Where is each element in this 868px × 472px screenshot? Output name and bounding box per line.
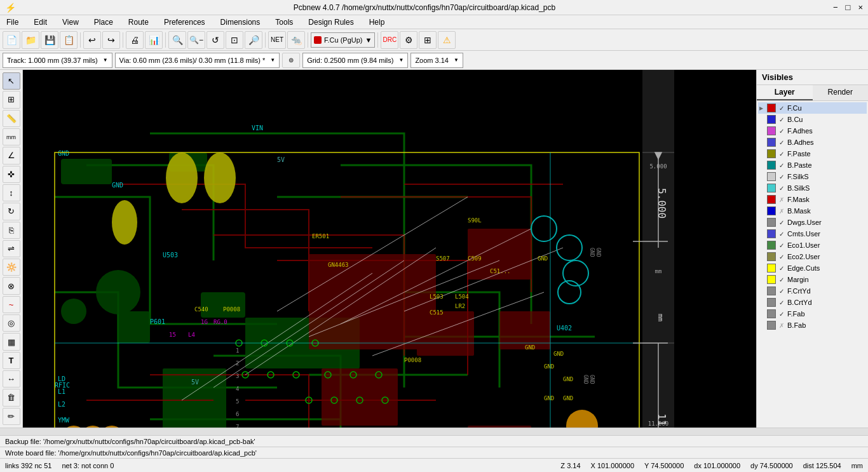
tab-render[interactable]: Render [813,85,869,100]
layer-visibility-toggle[interactable]: ✓ [777,185,786,192]
layer-row[interactable]: ✓B.Adhes [758,137,867,148]
layer-visibility-toggle[interactable]: ✓ [777,288,786,295]
horizontal-scrollbar[interactable] [0,428,868,435]
layer-visibility-toggle[interactable]: ✓ [777,311,786,318]
layer-visibility-toggle[interactable]: ✓ [777,253,786,260]
open-button[interactable]: 📁 [22,31,39,49]
zoom-in-button[interactable]: 🔍 [168,31,186,49]
track-via-button[interactable]: ⊚ [282,53,300,68]
zoom-select-button[interactable]: 🔎 [245,31,262,49]
pad-tool[interactable]: ⊗ [3,277,20,294]
dimension-tool[interactable]: ↔ [3,370,20,388]
menu-preferences[interactable]: Preferences [160,17,209,28]
layer-row[interactable]: ✓F.SilkS [758,171,867,182]
layer-row[interactable]: ✓F.Fab [758,308,867,320]
maximize-button[interactable]: □ [846,3,851,12]
netlist-button[interactable]: NET [268,31,286,49]
pcb-view[interactable]: GND GND VIN U503 P601 RFIC LD L1 L2 YMW … [23,70,756,428]
track-selector[interactable]: Track: 1.000 mm (39.37 mils) [3,53,112,68]
layer-selector[interactable]: F.Cu (PgUp) ▼ [311,32,375,48]
menu-design-rules[interactable]: Design Rules [304,17,357,28]
redo-button[interactable]: ↪ [102,31,120,49]
layer-row[interactable]: ✓Dwgs.User [758,217,867,228]
save-button[interactable]: 💾 [41,31,58,49]
text-tool[interactable]: T [3,352,20,369]
warning-button[interactable]: ⚠ [438,31,456,49]
close-button[interactable]: × [858,3,863,12]
mirror-tool[interactable]: ⇌ [3,240,20,257]
select-tool[interactable]: ↖ [3,72,20,90]
layer-visibility-toggle[interactable]: ✓ [777,128,786,135]
rats-button[interactable]: 🐀 [287,31,305,49]
menu-route[interactable]: Route [125,17,153,28]
layer-row[interactable]: ✓Edge.Cuts [758,262,867,274]
layer-visibility-toggle[interactable]: ✓ [777,276,786,283]
layer-row[interactable]: ✓B.SilkS [758,182,867,194]
save-copy-button[interactable]: 📋 [60,31,78,49]
layer-visibility-toggle[interactable]: ✓ [777,173,786,180]
menu-file[interactable]: File [3,17,22,28]
menu-view[interactable]: View [58,17,83,28]
plot-button[interactable]: 📊 [145,31,163,49]
layer-row[interactable]: ✓B.Paste [758,159,867,171]
layer-visibility-toggle[interactable]: ✓ [777,299,786,306]
mm-tool[interactable]: mm [3,128,20,145]
menu-edit[interactable]: Edit [30,17,51,28]
layer-row[interactable]: ✓F.Adhes [758,125,867,137]
menu-dimensions[interactable]: Dimensions [217,17,264,28]
layer-visibility-toggle[interactable]: ✗ [777,322,786,329]
layer-row[interactable]: ✓Eco1.User [758,239,867,251]
zoom-selector[interactable]: Zoom 3.14 [410,53,463,68]
net-highlight-tool[interactable]: 🔆 [3,259,20,276]
layer-visibility-toggle[interactable]: ✓ [777,219,786,226]
layer-visibility-toggle[interactable]: ✗ [777,196,786,203]
menu-help[interactable]: Help [365,17,389,28]
zoom-out-button[interactable]: 🔍− [187,31,205,49]
rotate-tool[interactable]: ↻ [3,203,20,220]
layer-visibility-toggle[interactable]: ✗ [777,208,786,215]
flip-tool[interactable]: ↕ [3,184,20,201]
zone-tool[interactable]: ▦ [3,333,20,350]
pcb-canvas[interactable]: GND GND VIN U503 P601 RFIC LD L1 L2 YMW … [23,70,756,428]
layer-visibility-toggle[interactable]: ✓ [777,116,786,123]
layer-row[interactable]: ✓Cmts.User [758,228,867,239]
minimize-button[interactable]: − [833,3,838,12]
zoom-refresh-button[interactable]: ↺ [207,31,224,49]
layer-visibility-toggle[interactable]: ✓ [777,265,786,272]
layer-visibility-toggle[interactable]: ✓ [777,139,786,146]
drc-button[interactable]: DRC [381,31,398,49]
tab-layer[interactable]: Layer [757,85,813,100]
layer-row[interactable]: ✓Margin [758,274,867,285]
angle-tool[interactable]: ∠ [3,147,20,164]
layer-row[interactable]: ✓B.Cu [758,114,867,125]
via-selector[interactable]: Via: 0.60 mm (23.6 mils)/ 0.30 mm (11.8 … [115,53,280,68]
layer-visibility-toggle[interactable]: ✓ [777,242,786,249]
layer-row[interactable]: ✓B.CrtYd [758,297,867,308]
setup-button[interactable]: ⚙ [400,31,417,49]
pad-button[interactable]: ⊞ [419,31,437,49]
edit-tool[interactable]: ✏ [3,408,20,425]
layer-row[interactable]: ✓F.CrtYd [758,285,867,297]
grid-selector[interactable]: Grid: 0.2500 mm (9.84 mils) [302,53,408,68]
via-tool[interactable]: ◎ [3,314,20,332]
layer-row[interactable]: ✓F.Paste [758,148,867,159]
layer-row[interactable]: ✗F.Mask [758,194,867,205]
menu-tools[interactable]: Tools [271,17,297,28]
menu-place[interactable]: Place [90,17,117,28]
layer-visibility-toggle[interactable]: ✓ [777,151,786,158]
print-button[interactable]: 🖨 [126,31,144,49]
delete-tool[interactable]: 🗑 [3,389,20,406]
layer-row[interactable]: ▶✓F.Cu [758,102,867,114]
layer-row[interactable]: ✗B.Mask [758,205,867,217]
duplicate-tool[interactable]: ⎘ [3,222,20,239]
layer-visibility-toggle[interactable]: ✓ [777,162,786,169]
layer-visibility-toggle[interactable]: ✓ [777,231,786,238]
new-button[interactable]: 📄 [3,31,20,49]
zoom-fit-button[interactable]: ⊡ [226,31,243,49]
grid-tool[interactable]: ⊞ [3,91,20,108]
ruler-tool[interactable]: 📏 [3,110,20,127]
move-tool[interactable]: ✜ [3,166,20,183]
layer-visibility-toggle[interactable]: ✓ [777,105,786,112]
track-tool[interactable]: ~ [3,296,20,313]
layer-row[interactable]: ✓Eco2.User [758,251,867,262]
